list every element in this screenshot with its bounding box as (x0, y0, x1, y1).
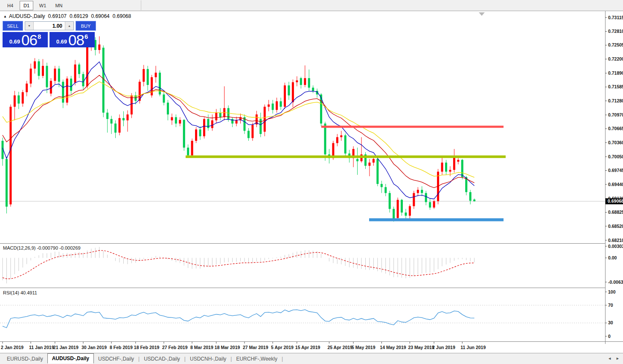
svg-text:0.69068: 0.69068 (608, 198, 623, 204)
buy-price-big: 08 (68, 33, 84, 47)
svg-text:30 Jan 2019: 30 Jan 2019 (82, 345, 107, 350)
volume-input[interactable]: 1.00 (34, 22, 65, 30)
chart-title: ▲ AUDUSD-,Daily 0.69107 0.69129 0.69064 … (3, 13, 131, 19)
tab-separator: | (282, 356, 283, 362)
svg-text:0.68825: 0.68825 (608, 210, 623, 215)
rsi-label: RSI(14) 40.4911 (3, 290, 37, 295)
buy-price-panel[interactable]: 0.69 08 6 (49, 32, 95, 47)
sell-button[interactable]: SELL (3, 21, 23, 31)
svg-text:-0.006311: -0.006311 (608, 280, 623, 285)
chart-canvas[interactable]: 0.731150.728100.725050.722000.718900.715… (0, 0, 623, 364)
svg-text:8 Mar 2019: 8 Mar 2019 (190, 345, 213, 350)
svg-text:0.71280: 0.71280 (608, 98, 623, 103)
volume-increase-button[interactable]: ▲ (65, 22, 73, 30)
ohlc-low: 0.69064 (91, 13, 109, 19)
svg-text:100: 100 (608, 289, 616, 294)
svg-text:0.003035: 0.003035 (608, 244, 623, 249)
svg-text:27 Mar 2019: 27 Mar 2019 (243, 345, 268, 350)
tab-usdchf-daily[interactable]: USDCHF-,Daily (94, 354, 138, 364)
svg-text:18 Feb 2019: 18 Feb 2019 (134, 345, 160, 350)
buy-button[interactable]: BUY (76, 21, 96, 31)
timeframe-d1-button[interactable]: D1 (20, 1, 33, 10)
sell-price-pip: 8 (38, 33, 41, 40)
svg-text:0.00: 0.00 (608, 255, 617, 260)
svg-text:5 Apr 2019: 5 Apr 2019 (271, 345, 294, 350)
tab-usdcnh-daily[interactable]: USDCNH-,Daily (186, 354, 230, 364)
tab-eurchf-weekly[interactable]: EURCHF-,Weekly (232, 354, 281, 364)
toolbar-separator (141, 0, 141, 10)
svg-text:0.68520: 0.68520 (608, 224, 623, 229)
svg-text:0.72505: 0.72505 (608, 42, 623, 47)
macd-label: MACD(12,26,9) -0.000790 -0.000269 (3, 245, 81, 250)
tab-eurusd-daily[interactable]: EURUSD-,Daily (3, 354, 47, 364)
sell-price-prefix: 0.69 (9, 38, 20, 45)
sell-price-panel[interactable]: 0.69 06 8 (3, 32, 48, 47)
trade-widget: SELL ▼ 1.00 ▲ BUY 0.69 06 8 0.69 08 6 (3, 21, 96, 47)
tab-audusd-daily[interactable]: AUDUSD-,Daily (47, 353, 94, 364)
chart-symbol-label: AUDUSD-,Daily (9, 13, 45, 19)
svg-text:0.69440: 0.69440 (608, 182, 623, 187)
svg-text:21 Jan 2019: 21 Jan 2019 (53, 345, 79, 350)
svg-text:0.68210: 0.68210 (608, 238, 623, 243)
svg-text:23 May 2019: 23 May 2019 (408, 345, 434, 350)
tab-scroll-right-icon[interactable]: ► (616, 356, 620, 361)
svg-text:0: 0 (608, 334, 611, 339)
svg-text:30: 30 (608, 320, 613, 325)
svg-text:70: 70 (608, 303, 613, 308)
svg-text:2 Jan 2019: 2 Jan 2019 (1, 345, 23, 350)
ohlc-high: 0.69129 (70, 13, 88, 19)
svg-text:0.70970: 0.70970 (608, 112, 623, 117)
tab-scroll-left-icon[interactable]: ◄ (608, 356, 611, 361)
ohlc-open: 0.69107 (48, 13, 67, 19)
svg-text:2 Jun 2019: 2 Jun 2019 (432, 345, 455, 350)
svg-text:15 Apr 2019: 15 Apr 2019 (295, 345, 320, 350)
svg-text:18 Mar 2019: 18 Mar 2019 (215, 345, 240, 350)
svg-text:0.69745: 0.69745 (608, 168, 623, 173)
svg-text:0.73115: 0.73115 (608, 15, 623, 20)
sell-price-big: 06 (21, 33, 37, 47)
svg-text:0.70360: 0.70360 (608, 140, 623, 145)
timeframe-mn-button[interactable]: MN (52, 1, 66, 10)
timeframe-h4-button[interactable]: H4 (3, 1, 17, 10)
svg-text:25 Apr 2019: 25 Apr 2019 (327, 345, 352, 350)
svg-text:27 Feb 2019: 27 Feb 2019 (162, 345, 188, 350)
svg-text:0.72200: 0.72200 (608, 56, 623, 61)
buy-price-pip: 6 (84, 33, 88, 40)
svg-text:0.72810: 0.72810 (608, 29, 623, 34)
timeframe-w1-button[interactable]: W1 (36, 1, 49, 10)
svg-text:11 Jun 2019: 11 Jun 2019 (460, 345, 486, 350)
current-price-tag: 0.69068 (606, 198, 623, 204)
buy-price-prefix: 0.69 (56, 38, 67, 45)
symbol-marker-icon: ▲ (3, 15, 7, 18)
svg-text:0.70050: 0.70050 (608, 154, 623, 159)
svg-text:0.71585: 0.71585 (608, 84, 623, 89)
timeframe-toolbar: H4 D1 W1 MN (0, 0, 623, 11)
svg-text:14 May 2019: 14 May 2019 (380, 345, 406, 350)
svg-text:11 Jan 2019: 11 Jan 2019 (29, 345, 54, 350)
svg-text:5 May 2019: 5 May 2019 (352, 345, 376, 350)
svg-text:0.70665: 0.70665 (608, 126, 623, 131)
svg-text:0.71890: 0.71890 (608, 70, 623, 76)
ohlc-close: 0.69068 (113, 13, 131, 19)
volume-decrease-button[interactable]: ▼ (25, 22, 34, 30)
symbol-tab-bar: EURUSD-,Daily AUDUSD-,Daily USDCHF-,Dail… (0, 353, 623, 364)
tab-usdcad-daily[interactable]: USDCAD-,Daily (140, 354, 184, 364)
svg-text:8 Feb 2019: 8 Feb 2019 (110, 345, 133, 350)
volume-spinner: ▼ 1.00 ▲ (25, 21, 74, 30)
